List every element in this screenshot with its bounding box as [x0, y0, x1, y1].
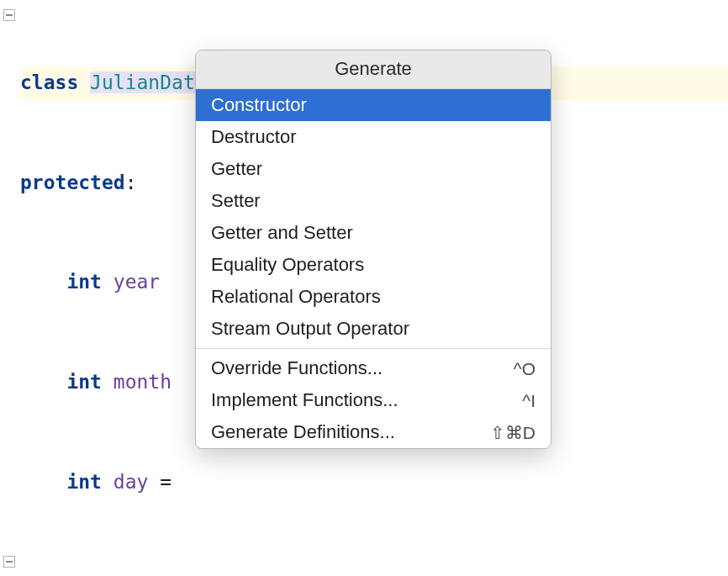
menu-item-implement-functions[interactable]: Implement Functions... ^I	[196, 384, 551, 416]
menu-item-destructor[interactable]: Destructor	[196, 121, 551, 153]
menu-item-label: Implement Functions...	[211, 391, 398, 410]
menu-item-override-functions[interactable]: Override Functions... ^O	[196, 352, 551, 384]
class-name: JulianDate	[90, 71, 206, 93]
type-int: int	[66, 271, 102, 293]
menu-item-label: Setter	[211, 192, 261, 210]
menu-item-equality-operators[interactable]: Equality Operators	[196, 249, 551, 281]
indent	[20, 271, 66, 293]
menu-item-constructor[interactable]: Constructor	[196, 89, 551, 121]
menu-item-shortcut: ^I	[522, 392, 535, 410]
menu-item-generate-definitions[interactable]: Generate Definitions... ⇧⌘D	[196, 416, 551, 448]
menu-item-stream-output[interactable]: Stream Output Operator	[196, 313, 551, 345]
menu-item-label: Equality Operators	[211, 256, 364, 274]
code-line[interactable]: int day =	[20, 466, 728, 499]
menu-item-getter-setter[interactable]: Getter and Setter	[196, 217, 551, 249]
code-editor[interactable]: class JulianDate{ protected: int year in…	[0, 0, 728, 576]
menu-item-relational-operators[interactable]: Relational Operators	[196, 281, 551, 313]
menu-item-label: Override Functions...	[211, 359, 382, 378]
type-int: int	[66, 471, 102, 493]
generate-popup[interactable]: Generate Constructor Destructor Getter S…	[195, 50, 551, 449]
member-day: day	[113, 471, 149, 493]
code-line-blank[interactable]	[20, 565, 728, 576]
member-year: year	[113, 271, 160, 293]
menu-item-label: Relational Operators	[211, 288, 381, 306]
fold-toggle-icon[interactable]	[3, 9, 15, 21]
space	[102, 271, 113, 293]
colon: :	[125, 172, 137, 193]
rest: =	[148, 471, 183, 493]
rest	[160, 271, 171, 293]
indent	[20, 471, 66, 493]
fold-toggle-icon[interactable]	[3, 556, 15, 568]
space	[102, 371, 113, 393]
gutter	[0, 0, 20, 576]
menu-item-getter[interactable]: Getter	[196, 153, 551, 185]
indent	[20, 371, 66, 393]
menu-item-label: Getter and Setter	[211, 224, 353, 242]
menu-item-label: Stream Output Operator	[211, 320, 409, 338]
member-month: month	[113, 371, 171, 393]
menu-item-setter[interactable]: Setter	[196, 185, 551, 217]
menu-item-label: Destructor	[211, 128, 296, 146]
menu-item-label: Constructor	[211, 96, 307, 114]
keyword-class: class	[20, 71, 78, 93]
menu-item-shortcut: ^O	[514, 360, 535, 378]
type-int: int	[66, 371, 102, 393]
menu-item-label: Getter	[211, 160, 262, 178]
keyword-protected: protected	[20, 172, 125, 193]
menu-item-label: Generate Definitions...	[211, 423, 395, 441]
popup-title: Generate	[196, 50, 551, 89]
menu-separator	[196, 348, 551, 349]
space	[102, 471, 113, 493]
space	[78, 71, 90, 93]
menu-item-shortcut: ⇧⌘D	[490, 424, 535, 441]
